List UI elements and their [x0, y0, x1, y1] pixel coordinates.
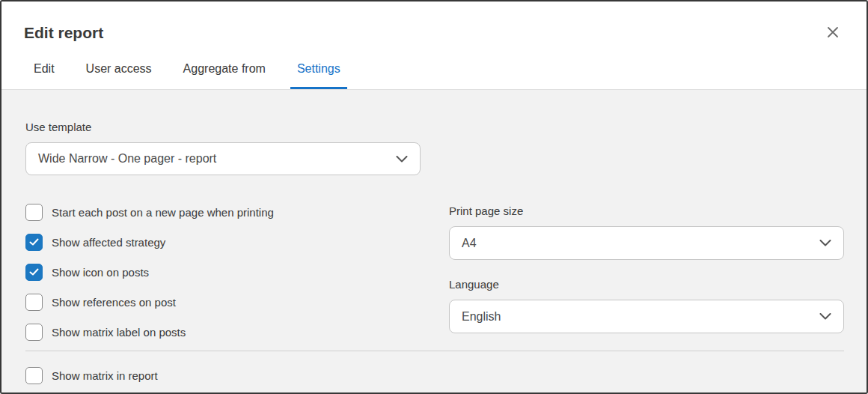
- language-value: English: [462, 310, 501, 324]
- checkbox-icon-on-posts[interactable]: [25, 264, 43, 281]
- checkbox-row-new-page[interactable]: Start each post on a new page when print…: [25, 204, 449, 221]
- language-group: Language English: [449, 277, 844, 333]
- template-select-value: Wide Narrow - One pager - report: [38, 152, 216, 166]
- checkbox-new-page[interactable]: [25, 204, 43, 221]
- checkbox-references[interactable]: [25, 294, 43, 311]
- checkbox-row-icon-on-posts[interactable]: Show icon on posts: [25, 264, 449, 281]
- checkbox-row-matrix-in-report[interactable]: Show matrix in report: [25, 367, 844, 384]
- use-template-group: Use template Wide Narrow - One pager - r…: [25, 120, 844, 175]
- tab-settings[interactable]: Settings: [290, 61, 347, 89]
- chevron-down-icon: [396, 156, 408, 163]
- close-icon: [826, 25, 840, 39]
- checkbox-affected-strategy[interactable]: [25, 234, 43, 251]
- template-select[interactable]: Wide Narrow - One pager - report: [25, 142, 421, 175]
- checkbox-row-affected-strategy[interactable]: Show affected strategy: [25, 234, 449, 251]
- dialog-title: Edit report: [24, 22, 867, 43]
- dialog-header: Edit report Edit User access Aggregate f…: [1, 1, 867, 90]
- checkbox-column: Start each post on a new page when print…: [25, 204, 449, 341]
- settings-panel: Use template Wide Narrow - One pager - r…: [1, 90, 867, 394]
- checkmark-icon: [29, 238, 39, 246]
- tab-user-access[interactable]: User access: [79, 61, 159, 89]
- chevron-down-icon: [819, 313, 831, 320]
- checkbox-matrix-label[interactable]: [25, 324, 43, 341]
- section-divider: [25, 351, 844, 351]
- checkbox-label: Show affected strategy: [52, 236, 165, 249]
- checkbox-row-references[interactable]: Show references on post: [25, 294, 449, 311]
- tab-edit[interactable]: Edit: [27, 61, 61, 89]
- checkbox-matrix-in-report[interactable]: [25, 367, 43, 384]
- edit-report-dialog: Edit report Edit User access Aggregate f…: [0, 0, 868, 394]
- language-label: Language: [449, 277, 844, 292]
- print-page-size-value: A4: [462, 237, 477, 250]
- print-page-size-select[interactable]: A4: [449, 226, 844, 260]
- tab-aggregate-from[interactable]: Aggregate from: [177, 61, 272, 89]
- print-page-size-group: Print page size A4: [449, 204, 844, 260]
- checkbox-label: Show matrix in report: [52, 369, 158, 382]
- checkbox-label: Show matrix label on posts: [52, 326, 186, 339]
- language-select[interactable]: English: [449, 300, 844, 333]
- checkbox-label: Show icon on posts: [52, 266, 149, 279]
- checkbox-label: Start each post on a new page when print…: [52, 206, 274, 219]
- close-button[interactable]: [823, 22, 843, 42]
- print-page-size-label: Print page size: [449, 204, 844, 219]
- settings-columns: Start each post on a new page when print…: [25, 204, 844, 341]
- checkmark-icon: [29, 268, 39, 276]
- checkbox-row-matrix-label[interactable]: Show matrix label on posts: [25, 324, 449, 341]
- checkbox-label: Show references on post: [52, 296, 176, 309]
- dropdown-column: Print page size A4 Language English: [449, 204, 844, 341]
- tab-bar: Edit User access Aggregate from Settings: [1, 61, 867, 89]
- chevron-down-icon: [819, 240, 831, 246]
- use-template-label: Use template: [25, 120, 844, 135]
